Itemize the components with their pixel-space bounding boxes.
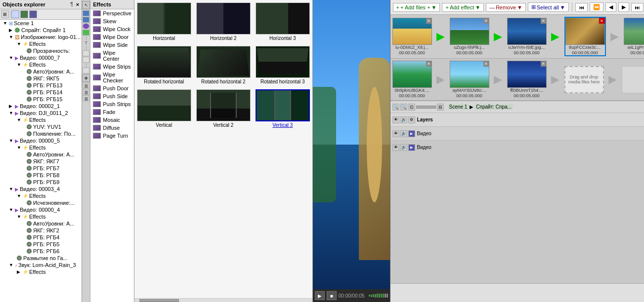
expand-all-btn[interactable]: ⊞: [1, 10, 9, 18]
toolbar-select-btn[interactable]: ↖: [82, 1, 90, 9]
layer-eye-btn-3[interactable]: 👁: [392, 144, 399, 151]
tree-item-rgb4[interactable]: РГБ: РГБ4: [0, 234, 82, 241]
effects-item-mosaic[interactable]: Mosaic: [90, 116, 133, 124]
zoom-slider[interactable]: [416, 106, 436, 109]
transition-vertical-3[interactable]: Vertical 3: [256, 89, 310, 128]
tree-item-video3[interactable]: ▼ ▶ Видео: DJI_0011_2: [0, 110, 82, 116]
effects-item-wipe-clock[interactable]: Wipe Clock: [90, 25, 133, 33]
tree-item-auto3[interactable]: АвтоУровни: А...: [0, 220, 82, 227]
effects-item-wipe-door[interactable]: Wipe Door: [90, 33, 133, 41]
tree-item-yak3[interactable]: ЯКГ: ЯКГ2: [0, 227, 82, 234]
pin-icon[interactable]: ¶: [70, 1, 73, 7]
zoom-out-btn[interactable]: 🔍: [400, 104, 407, 111]
tree-item-sprite1[interactable]: ▶ Спрайт: Спрайт 1: [0, 27, 82, 34]
tree-item-image1[interactable]: ▼ 🖼 Изображение: logo-01...: [0, 34, 82, 40]
transition-rotated-horizontal-2[interactable]: Rotated horizontal 2: [196, 46, 251, 84]
media-clip-7-delete[interactable]: ✕: [483, 61, 489, 67]
tree-item-appear1[interactable]: Появление: По...: [0, 130, 82, 137]
layer-eye-btn[interactable]: 👁: [392, 116, 399, 123]
effects-item-perspective[interactable]: Perspective: [90, 9, 133, 17]
tree-item-rgb7[interactable]: РГБ: РГБ7: [0, 165, 82, 172]
zoom-reset-btn[interactable]: ⊟: [437, 104, 444, 111]
transition-rotated-horizontal-3[interactable]: Rotated horizontal 3: [256, 46, 310, 84]
tree-item-effects1[interactable]: ▼ ⚡ Effects: [0, 40, 82, 47]
media-clip-8-delete[interactable]: ✕: [541, 61, 547, 67]
tree-item-auto2[interactable]: АвтоУровни: А...: [0, 151, 82, 158]
scrollbar-horizontal-transitions[interactable]: [134, 298, 312, 302]
layer-audio-btn-2[interactable]: 🔊: [400, 144, 407, 151]
tree-item-rgb8[interactable]: РГБ: РГБ8: [0, 172, 82, 179]
scene-label[interactable]: Scene 1: [448, 104, 469, 110]
nav-prev-frame-button[interactable]: ⏪: [590, 2, 603, 12]
sprite-label[interactable]: Спрайт: Спра...: [474, 104, 513, 110]
tree-item-video4[interactable]: ▼ ▶ Видео: 00000_5: [0, 137, 82, 144]
tree-item-rgb13[interactable]: РГБ: РГБ13: [0, 82, 82, 89]
transition-rotated-horizontal[interactable]: Rotated horizontal: [137, 46, 191, 84]
tree-item-auto1[interactable]: АвтоУровни: А...: [0, 68, 82, 75]
tree-item-audio1[interactable]: ▼ ♪ Звук: Lorn-Acid_Rain_3: [0, 262, 82, 268]
zoom-in-btn[interactable]: 🔍: [392, 104, 399, 111]
media-clip-1-delete[interactable]: ✕: [426, 18, 432, 24]
layer-audio-btn[interactable]: 🔊: [400, 130, 407, 137]
tree-item-yak1[interactable]: ЯКГ: ЯКГ5: [0, 75, 82, 82]
transition-vertical-2[interactable]: Vertical 2: [196, 89, 251, 128]
tree-item-video2[interactable]: ▶ ▶ Видео: 00002_1: [0, 103, 82, 110]
tree-item-effects6[interactable]: ▼ ⚡ Effects: [0, 213, 82, 220]
layer-eye-btn-2[interactable]: 👁: [392, 130, 399, 137]
media-clip-1[interactable]: iu-0DMcZ_X8:j... 00:00:05.000 ✕: [392, 18, 432, 55]
effects-item-diffuse[interactable]: Diffuse: [90, 124, 133, 132]
tree-item-rgb14[interactable]: РГБ: РГБ14: [0, 89, 82, 96]
toolbar-move-btn[interactable]: ✛: [82, 74, 90, 82]
effects-item-wipe-center[interactable]: Wipe Center: [90, 49, 133, 63]
tree-item-rgb15[interactable]: РГБ: РГБ15: [0, 96, 82, 103]
nav-start-button[interactable]: ⏮: [575, 3, 588, 12]
tree-item-razm[interactable]: Размытие по Га...: [0, 255, 82, 262]
remove-button[interactable]: — Remove ▼: [486, 3, 526, 12]
effects-item-page-turn[interactable]: Page Turn: [90, 132, 133, 140]
play-button[interactable]: ▶: [315, 291, 325, 300]
add-effect-button[interactable]: + Add effect ▼: [442, 3, 484, 12]
nav-next-button[interactable]: ▶: [618, 2, 629, 12]
tree-item-rgb6[interactable]: РГБ: РГБ6: [0, 248, 82, 255]
tree-item-rgb5[interactable]: РГБ: РГБ5: [0, 241, 82, 248]
tree-item-transparency[interactable]: Прозрачность:: [0, 47, 82, 54]
stop-button[interactable]: ■: [327, 291, 337, 300]
transition-horizontal[interactable]: Horizontal: [137, 2, 191, 41]
tree-item-yak2[interactable]: ЯКГ: ЯКГ7: [0, 158, 82, 165]
media-clip-2-delete[interactable]: ✕: [483, 18, 489, 24]
media-clip-4-delete[interactable]: ✕: [599, 18, 605, 24]
effects-item-fade[interactable]: Fade: [90, 108, 133, 116]
transition-vertical[interactable]: Vertical: [137, 89, 191, 128]
tree-item-effects4[interactable]: ▼ ⚡ Effects: [0, 144, 82, 151]
tree-item-effects7[interactable]: ▶ ⚡ Effects: [0, 268, 82, 275]
effects-item-push-door[interactable]: Push Door: [90, 84, 133, 92]
obj-icon-3[interactable]: [29, 10, 37, 18]
tree-item-absent1[interactable]: Исчезновение:...: [0, 199, 82, 206]
add-files-button[interactable]: + + Add files + ▼: [393, 3, 440, 12]
media-clip-7[interactable]: ayMAYS0Jv8o:... 00:00:05.000 ✕: [450, 61, 489, 98]
tree-item-video1[interactable]: ▼ ▶ Видео: 00000_7: [0, 54, 82, 61]
tree-item-video6[interactable]: ▼ ▶ Видео: 00000_4: [0, 206, 82, 213]
drop-zone[interactable]: Drag and drop media files here: [564, 66, 604, 93]
obj-icon-1[interactable]: [11, 10, 19, 18]
tree-item-effects3[interactable]: ▼ ⚡ Effects: [0, 116, 82, 123]
media-clip-5[interactable]: wIL1gPnNWD... 00:00:05.000 ✕: [624, 18, 644, 55]
effects-item-wipe-checker[interactable]: Wipe Checker: [90, 71, 133, 84]
volume-bar[interactable]: [369, 294, 388, 298]
layer-lock-btn[interactable]: 🔊: [400, 116, 407, 123]
zoom-fit-btn[interactable]: ⊡: [408, 104, 415, 111]
layer-settings-btn[interactable]: ⚙: [408, 116, 415, 123]
media-clip-6-delete[interactable]: ✕: [426, 61, 432, 67]
media-clip-2[interactable]: uZugx-hhPlk:j... 00:00:05.000 ✕: [450, 18, 489, 55]
nav-end-button[interactable]: ⏭: [631, 3, 644, 12]
effects-item-push-strips[interactable]: Push Strips: [90, 100, 133, 108]
transition-horizontal-2[interactable]: Horizontal 2: [196, 2, 251, 41]
tree-item-scene1[interactable]: ▼ ⊞ Scene 1: [0, 20, 82, 27]
transition-horizontal-3[interactable]: Horizontal 3: [256, 2, 310, 41]
tree-item-video5[interactable]: ▼ ▶ Видео: 00003_4: [0, 186, 82, 192]
effects-item-wipe-side[interactable]: Wipe Side: [90, 41, 133, 49]
tree-item-yuv1[interactable]: YUV: YUV1: [0, 123, 82, 130]
media-clip-4[interactable]: 8upFCCxIe3c:... 00:00:05.000 ✕: [564, 17, 606, 56]
tree-item-rgb9[interactable]: РГБ: РГБ9: [0, 179, 82, 186]
select-all-button[interactable]: ⊞ Select all ▼: [528, 2, 569, 12]
